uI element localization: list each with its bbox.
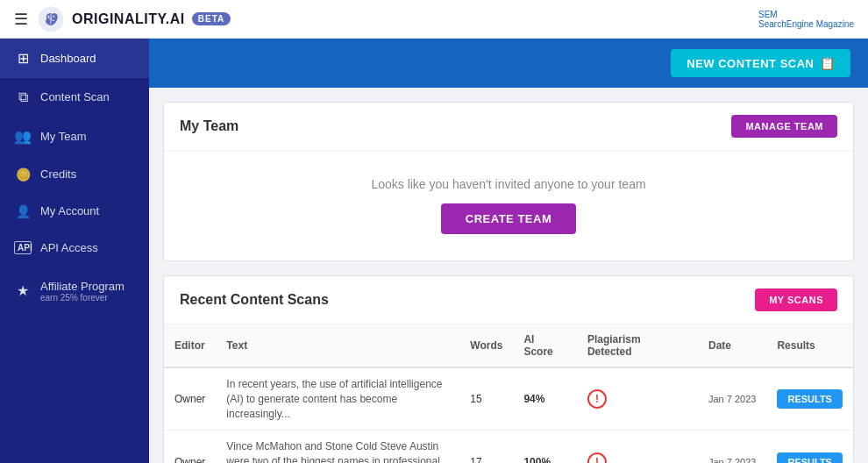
sidebar-item-dashboard[interactable]: ⊞ Dashboard (0, 39, 149, 78)
recent-scans-title: Recent Content Scans (180, 292, 329, 308)
brain-logo-icon (37, 5, 65, 33)
cell-date: Jan 7 2023 (698, 431, 766, 463)
cell-plagiarism: ! (577, 431, 698, 463)
sidebar-item-my-team[interactable]: 👥 My Team (0, 117, 149, 156)
sidebar-item-credits[interactable]: 🪙 Credits (0, 156, 149, 193)
col-ai-score: AI Score (513, 324, 577, 367)
scan-button-icon: 📋 (820, 56, 836, 70)
content-scan-icon: ⧉ (14, 89, 32, 105)
api-icon: API (14, 241, 32, 254)
account-icon: 👤 (14, 204, 32, 218)
dashboard-icon: ⊞ (14, 50, 32, 67)
cell-ai-score: 94% (513, 367, 577, 431)
sidebar: ⊞ Dashboard ⧉ Content Scan 👥 My Team 🪙 C… (0, 39, 149, 463)
new-scan-label: NEW CONTENT SCAN (687, 57, 814, 70)
cell-plagiarism: ! (577, 367, 698, 431)
recent-scans-header: Recent Content Scans MY SCANS (164, 276, 853, 324)
cell-text: Vince McMahon and Stone Cold Steve Austi… (216, 431, 459, 463)
manage-team-button[interactable]: MANAGE TEAM (731, 115, 837, 138)
sidebar-item-affiliate[interactable]: ★ Affiliate Program earn 25% forever (0, 268, 149, 315)
sem-logo: SEM SearchEngine Magazine (758, 10, 854, 29)
svg-point-1 (47, 15, 49, 17)
team-icon: 👥 (14, 128, 32, 145)
sidebar-item-label: My Account (40, 204, 99, 218)
col-date: Date (698, 324, 766, 367)
cell-words: 15 (459, 367, 513, 431)
main-layout: ⊞ Dashboard ⧉ Content Scan 👥 My Team 🪙 C… (0, 39, 868, 463)
my-team-card: My Team MANAGE TEAM Looks like you haven… (163, 102, 854, 261)
content-header: NEW CONTENT SCAN 📋 (149, 39, 868, 88)
beta-badge: BETA (192, 12, 231, 25)
col-plagiarism: Plagiarism Detected (577, 324, 698, 367)
table-row: Owner In recent years, the use of artifi… (164, 367, 853, 431)
cell-editor: Owner (164, 367, 216, 431)
team-card-header: My Team MANAGE TEAM (164, 103, 853, 151)
col-results: Results (766, 324, 853, 367)
sidebar-item-sublabel: earn 25% forever (40, 293, 125, 303)
team-card-title: My Team (180, 118, 238, 134)
sidebar-item-label: Affiliate Program (40, 280, 125, 294)
hamburger-menu[interactable]: ☰ (14, 10, 28, 29)
create-team-button[interactable]: CREATE TEAM (441, 203, 576, 234)
results-button[interactable]: RESULTS (777, 389, 843, 409)
logo-area: ORIGINALITY.AI BETA (37, 5, 231, 33)
cell-editor: Owner (164, 431, 216, 463)
app-title: ORIGINALITY.AI (72, 11, 185, 27)
col-words: Words (459, 324, 513, 367)
svg-point-2 (53, 15, 54, 17)
results-button[interactable]: RESULTS (777, 452, 843, 463)
new-content-scan-button[interactable]: NEW CONTENT SCAN 📋 (671, 49, 850, 77)
plagiarism-detected-icon: ! (587, 452, 607, 463)
sidebar-item-api-access[interactable]: API API Access (0, 230, 149, 267)
scans-table-container: Editor Text Words AI Score Plagiarism De… (164, 324, 853, 463)
content-area: NEW CONTENT SCAN 📋 My Team MANAGE TEAM L… (149, 39, 868, 463)
sidebar-item-my-account[interactable]: 👤 My Account (0, 193, 149, 230)
sidebar-item-label: My Team (40, 130, 87, 144)
cell-results: RESULTS (766, 367, 853, 431)
team-empty-message: Looks like you haven't invited anyone to… (190, 177, 827, 191)
sidebar-item-label: Dashboard (40, 52, 96, 66)
sidebar-item-label: API Access (40, 241, 98, 255)
top-nav: ☰ ORIGINALITY.AI BETA SEM SearchEngine M… (0, 0, 868, 39)
sidebar-item-content-scan[interactable]: ⧉ Content Scan (0, 78, 149, 117)
scans-table: Editor Text Words AI Score Plagiarism De… (164, 324, 853, 463)
col-editor: Editor (164, 324, 216, 367)
team-empty-state: Looks like you haven't invited anyone to… (164, 151, 853, 260)
plagiarism-detected-icon: ! (587, 389, 607, 409)
recent-scans-card: Recent Content Scans MY SCANS Editor Tex… (163, 275, 854, 463)
cell-ai-score: 100% (513, 431, 577, 463)
sidebar-item-label: Credits (40, 167, 76, 182)
col-text: Text (216, 324, 459, 367)
table-row: Owner Vince McMahon and Stone Cold Steve… (164, 431, 853, 463)
cell-words: 17 (459, 431, 513, 463)
cell-date: Jan 7 2023 (698, 367, 766, 431)
cell-results: RESULTS (766, 431, 853, 463)
cell-text: In recent years, the use of artificial i… (216, 367, 459, 431)
table-header-row: Editor Text Words AI Score Plagiarism De… (164, 324, 853, 367)
my-scans-button[interactable]: MY SCANS (755, 288, 837, 311)
sidebar-item-label: Content Scan (40, 90, 110, 104)
affiliate-icon: ★ (14, 282, 32, 299)
credits-icon: 🪙 (14, 167, 32, 182)
